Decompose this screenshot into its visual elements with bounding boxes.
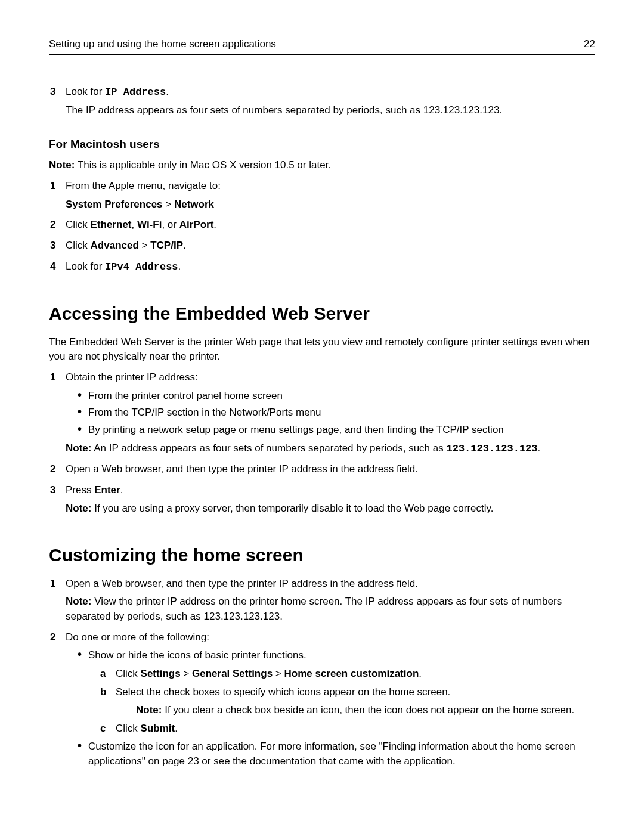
note-paragraph: Note: If you clear a check box beside an… (136, 703, 595, 718)
note-label: Note: (66, 442, 91, 454)
code-text: IP Address (105, 86, 166, 98)
mac-step-4: 4 Look for IPv4 Address. (49, 259, 595, 275)
list-item: By printing a network setup page or menu… (78, 423, 595, 438)
step-text: Look for IP Address. (66, 86, 169, 97)
code-text: IPv4 Address (105, 261, 178, 272)
step-marker: 4 (50, 259, 55, 274)
step-text: Click Settings > General Settings > Home… (116, 668, 422, 679)
step-marker: 1 (50, 370, 55, 385)
step-text: Look for IPv4 Address. (66, 261, 181, 272)
step-text: Click Submit. (116, 723, 178, 734)
step-marker: b (100, 685, 106, 700)
step-text: Press Enter. (66, 484, 123, 496)
mac-step-1: 1 From the Apple menu, navigate to: Syst… (49, 179, 595, 212)
code-text: 123.123.123.123 (446, 443, 537, 454)
step-text: Obtain the printer IP address: (66, 371, 198, 383)
step-marker: 1 (50, 577, 55, 592)
header-title: Setting up and using the home screen app… (49, 37, 276, 52)
continued-step-list: 3 Look for IP Address. The IP address ap… (49, 85, 595, 118)
step-text: Open a Web browser, and then type the pr… (66, 578, 418, 589)
step-marker: 3 (50, 239, 55, 253)
customize-steps: 1 Open a Web browser, and then type the … (49, 577, 595, 769)
ews-step-3: 3 Press Enter. Note: If you are using a … (49, 483, 595, 516)
step-marker: 2 (50, 462, 55, 477)
section-heading-macintosh: For Macintosh users (49, 136, 595, 153)
page-header: Setting up and using the home screen app… (49, 37, 595, 55)
note-paragraph: Note: This is applicable only in Mac OS … (49, 158, 595, 173)
step-marker: 3 (50, 85, 55, 100)
section-heading-ews: Accessing the Embedded Web Server (49, 301, 595, 327)
list-item: Customize the icon for an application. F… (78, 739, 595, 769)
step-marker: a (100, 667, 106, 682)
step-3: 3 Look for IP Address. The IP address ap… (49, 85, 595, 118)
mac-step-3: 3 Click Advanced > TCP/IP. (49, 239, 595, 253)
bullet-list: Show or hide the icons of basic printer … (78, 648, 595, 769)
note-label: Note: (66, 503, 91, 514)
bullet-list: From the printer control panel home scre… (78, 389, 595, 438)
sub-step-b: b Select the check boxes to specify whic… (100, 685, 595, 718)
ews-intro: The Embedded Web Server is the printer W… (49, 335, 595, 364)
step-marker: 1 (50, 179, 55, 194)
step-marker: c (100, 721, 106, 736)
ews-steps: 1 Obtain the printer IP address: From th… (49, 370, 595, 516)
step-marker: 2 (50, 630, 55, 645)
step-text: Click Ethernet, Wi-Fi, or AirPort. (66, 219, 216, 230)
alpha-list: a Click Settings > General Settings > Ho… (100, 667, 595, 736)
note-paragraph: Note: If you are using a proxy server, t… (66, 501, 595, 516)
ews-step-2: 2 Open a Web browser, and then type the … (49, 462, 595, 477)
page-number: 22 (584, 37, 595, 52)
note-label: Note: (49, 159, 75, 171)
step-text: Select the check boxes to specify which … (116, 686, 450, 698)
mac-steps: 1 From the Apple menu, navigate to: Syst… (49, 179, 595, 274)
path: System Preferences > Network (66, 197, 595, 212)
note-label: Note: (136, 704, 162, 716)
step-marker: 2 (50, 218, 55, 233)
list-item: Show or hide the icons of basic printer … (78, 648, 595, 736)
customize-step-1: 1 Open a Web browser, and then type the … (49, 577, 595, 624)
list-item: From the TCP/IP section in the Network/P… (78, 405, 595, 420)
ews-step-1: 1 Obtain the printer IP address: From th… (49, 370, 595, 456)
note-paragraph: Note: View the printer IP address on the… (66, 594, 595, 624)
step-text: Open a Web browser, and then type the pr… (66, 463, 418, 475)
section-heading-customize: Customizing the home screen (49, 542, 595, 568)
note-text: This is applicable only in Mac OS X vers… (75, 159, 331, 171)
step-text: Click Advanced > TCP/IP. (66, 240, 186, 251)
step-text: From the Apple menu, navigate to: (66, 180, 221, 191)
sub-step-a: a Click Settings > General Settings > Ho… (100, 667, 595, 682)
mac-step-2: 2 Click Ethernet, Wi-Fi, or AirPort. (49, 218, 595, 233)
step-marker: 3 (50, 483, 55, 498)
note-label: Note: (66, 596, 91, 607)
list-item: From the printer control panel home scre… (78, 389, 595, 404)
step-description: The IP address appears as four sets of n… (66, 103, 595, 118)
note-paragraph: Note: An IP address appears as four sets… (66, 441, 595, 457)
sub-step-c: c Click Submit. (100, 721, 595, 736)
step-text: Do one or more of the following: (66, 631, 209, 643)
customize-step-2: 2 Do one or more of the following: Show … (49, 630, 595, 769)
